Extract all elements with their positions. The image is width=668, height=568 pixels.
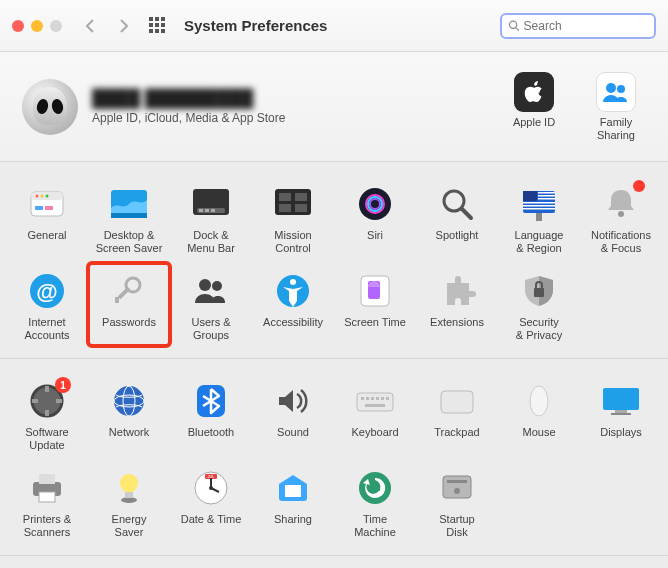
network-icon (107, 379, 151, 423)
forward-button[interactable] (112, 14, 136, 38)
software-icon: 1 (25, 379, 69, 423)
pref-users[interactable]: Users &Groups (170, 263, 252, 346)
pref-startup[interactable]: StartupDisk (416, 460, 498, 543)
sound-icon (271, 379, 315, 423)
svg-point-3 (617, 85, 625, 93)
pref-section-1: 1SoftwareUpdateNetworkBluetoothSoundKeyb… (0, 359, 668, 556)
sharing-icon (271, 466, 315, 510)
mission-icon (271, 182, 315, 226)
bluetooth-icon (189, 379, 233, 423)
pref-accessibility[interactable]: Accessibility (252, 263, 334, 346)
pref-label: TimeMachine (354, 513, 396, 539)
pref-label: Security& Privacy (516, 316, 562, 342)
account-header: ████ █████████ Apple ID, iCloud, Media &… (0, 52, 668, 162)
pref-general[interactable]: General (6, 176, 88, 259)
svg-point-0 (509, 21, 516, 28)
accessibility-icon (271, 269, 315, 313)
svg-point-2 (606, 83, 616, 93)
pref-screentime[interactable]: Screen Time (334, 263, 416, 346)
mouse-icon (517, 379, 561, 423)
pref-label: Mouse (522, 426, 555, 452)
pref-label: Keyboard (351, 426, 398, 452)
pref-spotlight[interactable]: Spotlight (416, 176, 498, 259)
pref-internet[interactable]: InternetAccounts (6, 263, 88, 346)
pref-label: Spotlight (436, 229, 479, 255)
pref-network[interactable]: Network (88, 373, 170, 456)
spotlight-icon (435, 182, 479, 226)
pref-extensions[interactable]: Extensions (416, 263, 498, 346)
back-button[interactable] (78, 14, 102, 38)
pref-label: Accessibility (263, 316, 323, 342)
pref-language[interactable]: Language& Region (498, 176, 580, 259)
family-sharing-button[interactable]: Family Sharing (586, 72, 646, 141)
show-all-button[interactable] (146, 14, 170, 38)
pref-label: Desktop &Screen Saver (96, 229, 163, 255)
screentime-icon (353, 269, 397, 313)
desktop-icon (107, 182, 151, 226)
pref-energy[interactable]: EnergySaver (88, 460, 170, 543)
pref-software[interactable]: 1SoftwareUpdate (6, 373, 88, 456)
trackpad-icon (435, 379, 479, 423)
pref-label: EnergySaver (112, 513, 147, 539)
datetime-icon (189, 466, 233, 510)
siri-icon (353, 182, 397, 226)
users-icon (189, 269, 233, 313)
pref-trackpad[interactable]: Trackpad (416, 373, 498, 456)
dock-icon (189, 182, 233, 226)
pref-label: Sharing (274, 513, 312, 539)
displays-icon (599, 379, 643, 423)
titlebar: System Preferences (0, 0, 668, 52)
startup-icon (435, 466, 479, 510)
passwords-icon (107, 269, 151, 313)
pref-printers[interactable]: Printers &Scanners (6, 460, 88, 543)
pref-sharing[interactable]: Sharing (252, 460, 334, 543)
minimize-button[interactable] (31, 20, 43, 32)
pref-desktop[interactable]: Desktop &Screen Saver (88, 176, 170, 259)
pref-mission[interactable]: MissionControl (252, 176, 334, 259)
search-input[interactable] (524, 19, 648, 33)
extensions-icon (435, 269, 479, 313)
pref-label: General (27, 229, 66, 255)
pref-dock[interactable]: Dock &Menu Bar (170, 176, 252, 259)
pref-label: Displays (600, 426, 642, 452)
apple-logo-icon (514, 72, 554, 112)
pref-bluetooth[interactable]: Bluetooth (170, 373, 252, 456)
pref-passwords[interactable]: Passwords (88, 263, 170, 346)
pref-security[interactable]: Security& Privacy (498, 263, 580, 346)
energy-icon (107, 466, 151, 510)
pref-label: Extensions (430, 316, 484, 342)
pref-keyboard[interactable]: Keyboard (334, 373, 416, 456)
internet-icon (25, 269, 69, 313)
pref-notifications[interactable]: Notifications& Focus (580, 176, 662, 259)
window-title: System Preferences (184, 17, 327, 34)
apple-id-label: Apple ID (513, 116, 555, 129)
pref-label: MissionControl (274, 229, 311, 255)
pref-label: Sound (277, 426, 309, 452)
apple-id-button[interactable]: Apple ID (504, 72, 564, 141)
svg-line-1 (516, 28, 519, 31)
pref-label: Users &Groups (191, 316, 230, 342)
pref-displays[interactable]: Displays (580, 373, 662, 456)
pref-section-0: GeneralDesktop &Screen SaverDock &Menu B… (0, 162, 668, 359)
pref-timemachine[interactable]: TimeMachine (334, 460, 416, 543)
pref-label: SoftwareUpdate (25, 426, 68, 452)
pref-label: Date & Time (181, 513, 242, 539)
account-avatar[interactable] (22, 79, 78, 135)
search-field[interactable] (500, 13, 656, 39)
pref-label: StartupDisk (439, 513, 474, 539)
pref-label: Network (109, 426, 149, 452)
pref-label: Passwords (102, 316, 156, 342)
pref-label: Printers &Scanners (23, 513, 71, 539)
pref-sound[interactable]: Sound (252, 373, 334, 456)
family-icon (596, 72, 636, 112)
pref-label: Bluetooth (188, 426, 234, 452)
close-button[interactable] (12, 20, 24, 32)
badge (633, 180, 645, 192)
badge: 1 (55, 377, 71, 393)
pref-siri[interactable]: Siri (334, 176, 416, 259)
pref-mouse[interactable]: Mouse (498, 373, 580, 456)
notifications-icon (599, 182, 643, 226)
pref-datetime[interactable]: Date & Time (170, 460, 252, 543)
language-icon (517, 182, 561, 226)
pref-label: Screen Time (344, 316, 406, 342)
